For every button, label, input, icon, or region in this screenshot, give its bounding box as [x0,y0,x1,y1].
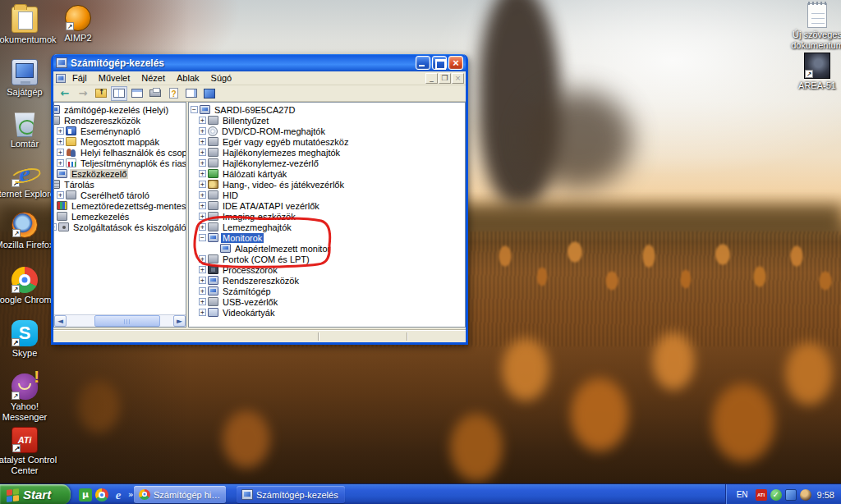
tree-item[interactable]: zámítógép-kezelés (Helyi) [53,104,186,115]
tree-item[interactable]: Eszközkezelő [53,168,186,179]
tree-item[interactable]: +Rendszereszközök [189,275,465,286]
mdi-minimize-button[interactable]: _ [425,73,438,84]
expander-plus-icon[interactable]: + [199,287,206,295]
expander-plus-icon[interactable]: + [199,191,206,199]
expander-plus-icon[interactable]: + [199,138,206,145]
expander-plus-icon[interactable]: + [199,181,206,188]
scrollbar-track[interactable] [67,315,173,327]
expander-minus-icon[interactable]: − [191,106,198,113]
desktop-icon-aimp2[interactable]: ↗AIMP2 [44,5,113,44]
menu-művelet[interactable]: Művelet [93,72,136,84]
tree-item[interactable]: +Imaging-eszközök [189,211,465,222]
tree-item[interactable]: +Számítógép [189,286,465,296]
expander-plus-icon[interactable]: + [199,202,206,209]
taskbar-task-2[interactable]: Számítógép-kezelés [237,486,345,503]
start-button[interactable]: Start [0,484,71,504]
tree-item[interactable]: +Cserélhető tároló [53,190,186,200]
mdi-system-icon[interactable] [56,73,66,82]
tree-item[interactable]: +Lemezmeghajtók [189,222,465,232]
tree-item[interactable]: +Videokártyák [189,307,465,318]
expander-plus-icon[interactable]: + [57,159,64,167]
expander-plus-icon[interactable]: + [199,309,206,316]
menu-ablak[interactable]: Ablak [171,72,205,84]
expander-plus-icon[interactable]: + [199,255,206,263]
expander-plus-icon[interactable]: + [199,117,206,124]
desktop-icon-area-51[interactable]: ↗AREA-51 [783,53,841,91]
expander-plus-icon[interactable]: + [199,170,206,177]
desktop-icon-catalyst-control-center[interactable]: ↗Catalyst Control Center [0,427,59,475]
menu-nézet[interactable]: Nézet [136,72,171,84]
tree-item[interactable]: +Hajlékonylemezes meghajtók [189,147,465,158]
ati-tray-icon[interactable]: ATI [756,489,767,501]
tree-item[interactable]: +Szolgáltatások és kiszolgálói alkalmazá [53,222,186,232]
chrome-icon[interactable] [95,488,108,502]
expander-plus-icon[interactable]: + [199,127,206,135]
mdi-close-button[interactable]: × [452,73,464,84]
show-panel-icon[interactable] [183,86,200,101]
windows-update-tray-icon[interactable] [785,489,797,501]
tree-item[interactable]: +Teljesítménynaplók és riasztások [53,158,186,168]
tree-item[interactable]: +Hang-, video- és játékvezérlők [189,179,465,190]
tree-item[interactable]: +Egér vagy egyéb mutatóeszköz [189,136,465,147]
tree-item[interactable]: +IDE ATA/ATAPI vezérlők [189,200,465,211]
taskbar-task-1[interactable]: Számítógép hiba, de ... [134,486,226,503]
tree-item[interactable]: +Hajlékonylemez-vezérlő [189,158,465,168]
menu-súgó[interactable]: Súgó [205,72,238,84]
back-icon[interactable]: ← [57,86,73,101]
maximize-button[interactable] [432,56,447,70]
tree-item[interactable]: −SARDI-69E5CA27D [189,104,465,115]
tree-item[interactable]: −Monitorok [189,232,465,243]
expander-plus-icon[interactable]: + [57,149,64,156]
help-icon[interactable] [165,86,182,101]
volume-tray-icon[interactable] [800,489,811,501]
mdi-restore-button[interactable]: ❐ [439,73,451,84]
tree-item[interactable]: Alapértelmezett monitor [189,243,465,254]
expander-plus-icon[interactable]: + [57,191,64,199]
expander-minus-icon[interactable]: − [199,234,206,241]
expander-plus-icon[interactable]: + [199,149,206,156]
close-button[interactable] [448,56,463,70]
expander-plus-icon[interactable]: + [199,298,206,305]
tree-item[interactable]: +Billentyűzet [189,115,465,126]
scroll-right-button[interactable]: ► [173,315,186,327]
tree-item[interactable]: +Megosztott mappák [53,136,186,147]
expander-plus-icon[interactable]: + [199,266,206,273]
menu-fájl[interactable]: Fájl [67,72,93,84]
antivirus-tray-icon[interactable]: ✓ [770,489,782,501]
tree-item[interactable]: +Helyi felhasználók és csoportok [53,147,186,158]
tree-item[interactable]: Rendszereszközök [53,115,186,126]
expander-plus-icon[interactable]: + [57,127,64,135]
tree-item[interactable]: +Hálózati kártyák [189,168,465,179]
window-title-bar[interactable]: Számítógép-kezelés [53,54,466,71]
language-indicator[interactable]: EN [733,489,752,500]
tree-item[interactable]: +Portok (COM és LPT) [189,254,465,264]
desktop[interactable]: DokumentumokSajátgépLomtár↗Internet Expl… [0,0,841,504]
expander-plus-icon[interactable]: + [199,213,206,220]
expander-plus-icon[interactable]: + [199,277,206,284]
utorrent-icon[interactable]: µ [79,488,92,502]
expander-plus-icon[interactable]: + [53,223,57,231]
tree-item[interactable]: Lemeztöredezettség-mentesítő [53,200,186,211]
expander-plus-icon[interactable]: + [199,159,206,167]
minimize-button[interactable] [416,56,430,70]
show-hide-console-tree-icon[interactable] [111,86,127,101]
tree-item[interactable]: +USB-vezérlők [189,296,465,307]
tree-item[interactable]: +Eseménynapló [53,126,186,136]
properties-icon[interactable] [129,86,145,101]
expander-plus-icon[interactable]: + [199,223,206,231]
desktop-icon-uj-szoveges-dokumentum[interactable]: Új szöveges dokumentum [783,3,841,50]
device-manager-console-icon[interactable] [201,86,218,101]
scrollbar-thumb[interactable] [94,315,160,327]
internet-explorer-icon[interactable]: e [112,488,125,502]
forward-icon[interactable]: → [75,86,91,101]
tree-item[interactable]: Lemezkezelés [53,211,186,222]
tree-item[interactable]: +HID [189,190,465,200]
desktop-icon-yahoo-messenger[interactable]: ↗Yahoo! Messenger [0,373,59,422]
up-folder-icon[interactable] [93,86,109,101]
tree-item[interactable]: Tárolás [53,179,186,190]
tree-item[interactable]: +DVD/CD-ROM-meghajtók [189,126,465,136]
scroll-left-button[interactable]: ◄ [54,315,67,327]
tree-item[interactable]: +Processzorok [189,264,465,275]
expander-plus-icon[interactable]: + [57,138,64,145]
print-icon[interactable] [147,86,163,101]
